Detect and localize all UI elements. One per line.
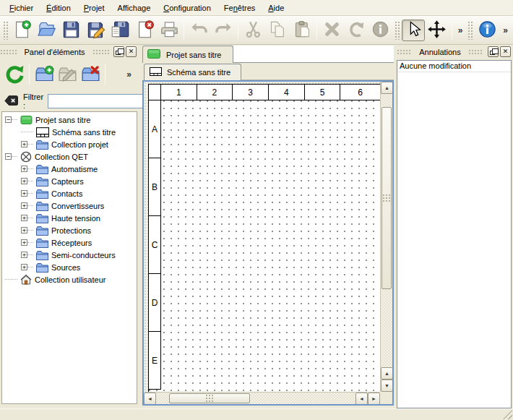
open-file-icon [37, 20, 56, 40]
float-panel-button[interactable] [113, 46, 124, 57]
expand-icon[interactable]: + [21, 190, 27, 197]
horizontal-scrollbar[interactable]: ◄ ◄ ► [144, 392, 380, 404]
filter-input[interactable] [48, 94, 156, 108]
delete-button[interactable] [319, 19, 344, 42]
new-category-button[interactable] [33, 63, 56, 86]
expand-icon[interactable]: + [21, 227, 27, 233]
tree-item-projet-sans-titre[interactable]: −Projet sans titre [2, 113, 137, 126]
tree-item-label: Collection projet [51, 140, 108, 149]
save-as-button[interactable] [84, 19, 108, 42]
object-info-button[interactable] [368, 19, 393, 42]
redo-button[interactable] [211, 19, 236, 42]
row-header-C: C [149, 216, 161, 274]
rotate-icon [346, 20, 366, 40]
move-tool-button[interactable] [425, 19, 449, 42]
close-panel-button[interactable]: ✕ [500, 46, 511, 57]
tree-item-automatisme[interactable]: +Automatisme [2, 163, 137, 175]
diagram-paper[interactable]: 123456 ABCDE [148, 84, 381, 395]
reload-collections-button[interactable] [3, 63, 26, 86]
expand-icon[interactable]: + [21, 264, 27, 270]
tree-item-sources[interactable]: +Sources [2, 261, 137, 273]
select-tool-button[interactable] [402, 20, 425, 41]
scroll-left-button[interactable]: ◄ [144, 393, 156, 405]
tree-item-semi-conducteurs[interactable]: +Semi-conducteurs [2, 249, 137, 261]
folder-blue-icon [36, 189, 48, 199]
close-panel-button[interactable]: ✕ [126, 46, 137, 57]
undo-panel-titlebar[interactable]: Annulations ✕ [397, 46, 513, 58]
menu-fenetres[interactable]: Fenêtres [217, 1, 262, 14]
toolbar-drag-handle[interactable] [395, 21, 400, 40]
clear-filter-icon[interactable] [4, 95, 19, 108]
new-file-button[interactable] [10, 19, 35, 42]
tree-item-protections[interactable]: +Protections [2, 224, 137, 236]
menu-edition[interactable]: Édition [40, 1, 77, 14]
expand-icon[interactable]: + [21, 178, 27, 184]
menu-aide[interactable]: Aide [262, 1, 290, 14]
tab-schema[interactable]: Schéma sans titre [144, 64, 241, 80]
tree-item-collection-projet[interactable]: +Collection projet [2, 138, 137, 150]
tree-item-collection-utilisateur[interactable]: Collection utilisateur [2, 273, 137, 286]
elements-panel-titlebar[interactable]: Panel d'éléments ✕ [0, 46, 139, 58]
expand-icon[interactable]: + [21, 202, 27, 209]
scroll-left-button-2[interactable]: ◄ [355, 393, 368, 405]
toolbar-drag-handle[interactable] [467, 21, 473, 40]
toolbar-overflow-chevron-icon[interactable]: » [499, 25, 512, 35]
tree-item-haute-tension[interactable]: +Haute tension [2, 212, 137, 224]
scroll-down-button[interactable]: ▼ [381, 380, 393, 392]
menu-fichier[interactable]: Fichier [3, 1, 40, 14]
tree-connector-line [27, 168, 33, 169]
column-header-6: 6 [340, 85, 380, 100]
tree-item-collection-qet[interactable]: −Collection QET [2, 150, 137, 163]
close-file-button[interactable] [133, 19, 158, 42]
qet-icon [20, 151, 32, 163]
menu-configuration[interactable]: Configuration [157, 1, 217, 14]
edit-category-button[interactable] [56, 63, 79, 86]
toolbar-separator [184, 21, 184, 40]
save-all-button[interactable] [108, 19, 133, 42]
tree-item-contacts[interactable]: +Contacts [2, 187, 137, 200]
float-panel-button[interactable] [488, 46, 499, 57]
vertical-scrollbar[interactable]: ▲ ▲ ▼ [380, 82, 392, 392]
open-file-button[interactable] [35, 19, 59, 42]
expand-icon[interactable]: + [21, 166, 27, 172]
diagram-view[interactable]: 123456 ABCDE ▲ ▲ ▼ ◄ ◄ [142, 80, 394, 406]
menu-projet[interactable]: Projet [77, 1, 111, 14]
collapse-icon[interactable]: − [5, 116, 12, 123]
copy-button[interactable] [265, 19, 290, 42]
print-button[interactable] [158, 19, 182, 42]
expand-icon[interactable]: + [21, 141, 27, 147]
tree-item-recepteurs[interactable]: +Récepteurs [2, 236, 137, 249]
horizontal-scroll-thumb[interactable] [169, 393, 250, 403]
undo-button[interactable] [186, 19, 211, 42]
close-file-icon [135, 20, 155, 40]
toolbar-drag-handle[interactable] [3, 21, 9, 40]
cut-button[interactable] [241, 19, 265, 42]
tab-project[interactable]: Projet sans titre [142, 46, 233, 63]
menu-affichage[interactable]: Affichage [111, 1, 158, 14]
project-info-button[interactable] [475, 19, 499, 42]
scroll-up-button-2[interactable]: ▲ [381, 367, 393, 380]
collapse-icon[interactable]: − [5, 153, 12, 160]
save-button[interactable] [59, 19, 84, 42]
tree-item-label: Collection QET [35, 153, 88, 161]
expand-icon[interactable]: + [21, 239, 27, 246]
tree-item-convertisseurs[interactable]: +Convertisseurs [2, 200, 137, 212]
tree-item-schema-sans-titre[interactable]: Schéma sans titre [2, 126, 137, 138]
rotate-button[interactable] [344, 19, 368, 42]
scroll-up-button[interactable]: ▲ [381, 82, 393, 94]
resize-grip[interactable] [503, 410, 512, 419]
tree-item-capteurs[interactable]: +Capteurs [2, 175, 137, 187]
vertical-scroll-track[interactable] [381, 94, 392, 367]
scroll-right-button[interactable]: ► [368, 393, 380, 405]
close-icon: ✕ [503, 48, 509, 55]
tree-connector-line [21, 132, 33, 132]
paste-button[interactable] [290, 19, 314, 42]
panel-overflow-chevron-icon[interactable]: » [126, 69, 136, 80]
horizontal-scroll-track[interactable] [156, 393, 355, 404]
undo-list-item[interactable]: Aucune modification [397, 61, 511, 72]
expand-icon[interactable]: + [21, 252, 27, 258]
vertical-scroll-thumb[interactable] [381, 107, 392, 289]
delete-category-button[interactable] [79, 63, 102, 86]
expand-icon[interactable]: + [21, 215, 27, 221]
toolbar-overflow-chevron-icon[interactable]: » [454, 25, 467, 35]
